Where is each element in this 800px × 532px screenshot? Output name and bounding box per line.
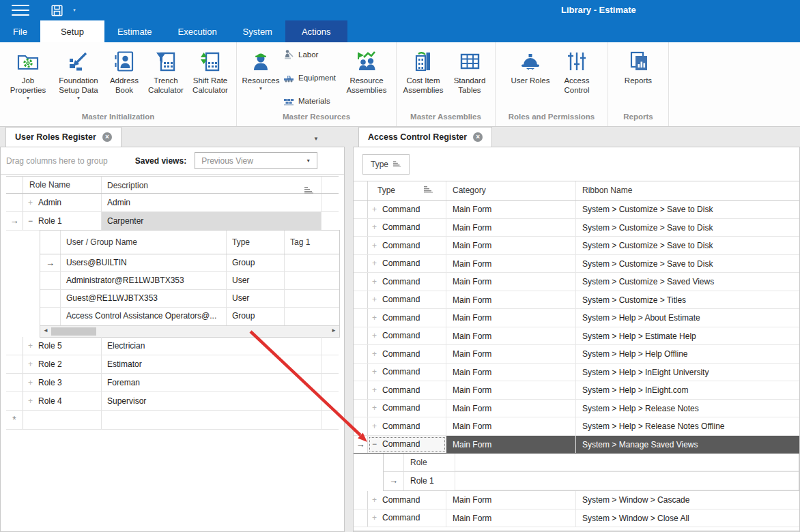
user-roles-button[interactable]: User Roles bbox=[505, 44, 556, 86]
tab-list-caret-icon[interactable]: ▼ bbox=[313, 136, 319, 142]
job-properties-button[interactable]: Job Properties ▼ bbox=[3, 44, 53, 100]
table-row[interactable]: +CommandMain FormSystem > Window > Casca… bbox=[354, 491, 799, 509]
table-row[interactable]: +CommandMain FormSystem > Help > Release… bbox=[354, 417, 799, 436]
scrollbar-thumb[interactable] bbox=[51, 327, 96, 336]
expand-icon[interactable]: + bbox=[372, 509, 382, 527]
expand-icon[interactable]: + bbox=[28, 374, 38, 391]
collapse-icon[interactable]: − bbox=[28, 212, 38, 230]
tab-user-roles-register[interactable]: User Roles Register × bbox=[5, 127, 122, 147]
column-header-type[interactable]: Type bbox=[368, 181, 446, 200]
table-row[interactable]: Access Control Assistance Operators@... … bbox=[40, 308, 339, 325]
shift-rate-calculator-button[interactable]: Shift Rate Calculator bbox=[187, 44, 233, 95]
table-row[interactable]: +CommandMain FormSystem > Customize > Sa… bbox=[354, 201, 799, 219]
expand-icon[interactable]: + bbox=[372, 218, 382, 236]
table-row-highlighted[interactable]: → −Command Main Form System > Manage Sav… bbox=[354, 436, 799, 454]
group-chip-type[interactable]: Type bbox=[362, 154, 410, 175]
expand-icon[interactable]: + bbox=[28, 337, 38, 355]
access-control-button[interactable]: Access Control bbox=[556, 44, 598, 95]
table-row[interactable]: +CommandMain FormSystem > Help > Estimat… bbox=[354, 327, 799, 346]
trench-calculator-button[interactable]: Trench Calculator bbox=[145, 44, 187, 95]
table-row[interactable]: +CommandMain FormSystem > Help > Help Of… bbox=[354, 345, 799, 364]
access-control-register-panel: Access Control Register × Type Type Cate… bbox=[353, 127, 800, 532]
address-book-button[interactable]: Address Book bbox=[104, 44, 145, 95]
table-row[interactable]: +Admin Admin bbox=[6, 194, 339, 212]
user-roles-toolbar: Drag columns here to group Saved views: … bbox=[1, 147, 344, 175]
column-header-user-group-name[interactable]: User / Group Name bbox=[61, 231, 227, 254]
collapse-icon[interactable]: − bbox=[372, 435, 382, 453]
standard-tables-icon bbox=[458, 48, 481, 74]
expand-icon[interactable]: + bbox=[372, 417, 382, 435]
table-row[interactable]: +CommandMain FormSystem > Customize > Sa… bbox=[354, 273, 799, 291]
table-row[interactable]: +Role 3 Foreman bbox=[6, 374, 339, 392]
expand-icon[interactable]: + bbox=[372, 254, 382, 272]
expand-icon[interactable]: + bbox=[372, 363, 382, 381]
table-row[interactable]: +Role 2 Estimator bbox=[6, 355, 339, 374]
column-header-description[interactable]: Description bbox=[102, 177, 322, 193]
tab-execution[interactable]: Execution bbox=[165, 20, 230, 42]
table-row[interactable]: Guest@RE1LWJBTX353 User bbox=[40, 290, 339, 308]
reports-button[interactable]: Reports bbox=[616, 44, 660, 86]
expand-icon[interactable]: + bbox=[372, 309, 382, 327]
foundation-setup-data-icon bbox=[66, 48, 91, 74]
scroll-right-icon[interactable]: ► bbox=[331, 327, 337, 334]
resources-button[interactable]: Resources ▼ bbox=[240, 44, 282, 91]
expand-icon[interactable]: + bbox=[372, 273, 382, 291]
tab-access-control-register[interactable]: Access Control Register × bbox=[358, 127, 492, 147]
table-row[interactable]: → Role 1 bbox=[384, 472, 799, 490]
equipment-button[interactable]: Equipment bbox=[283, 72, 336, 83]
expand-icon[interactable]: + bbox=[372, 291, 382, 308]
column-header-category[interactable]: Category bbox=[446, 181, 576, 200]
group-by-drop-zone[interactable]: Drag columns here to group bbox=[6, 156, 108, 166]
expand-icon[interactable]: + bbox=[28, 194, 38, 211]
resource-assemblies-button[interactable]: Resource Assemblies bbox=[340, 44, 393, 95]
save-button[interactable] bbox=[51, 5, 63, 16]
expand-icon[interactable]: + bbox=[28, 355, 38, 373]
expand-icon[interactable]: + bbox=[372, 237, 382, 254]
table-row[interactable]: +CommandMain FormSystem > Help > Release… bbox=[354, 400, 799, 418]
tab-estimate[interactable]: Estimate bbox=[104, 20, 165, 42]
hamburger-menu-icon[interactable] bbox=[12, 5, 29, 16]
column-header-ribbon-name[interactable]: Ribbon Name bbox=[576, 181, 799, 200]
table-row[interactable]: +CommandMain FormSystem > Help > About E… bbox=[354, 309, 799, 327]
tab-system[interactable]: System bbox=[230, 20, 285, 42]
table-row[interactable]: +CommandMain FormSystem > Help > InEight… bbox=[354, 364, 799, 382]
expand-icon[interactable]: + bbox=[28, 392, 38, 410]
close-tab-icon[interactable]: × bbox=[102, 132, 112, 142]
scroll-left-icon[interactable]: ◄ bbox=[43, 327, 48, 334]
table-row[interactable]: +CommandMain FormSystem > Customize > Sa… bbox=[354, 219, 799, 237]
saved-views-dropdown[interactable]: Previous View ▼ bbox=[195, 152, 317, 169]
horizontal-scrollbar[interactable]: ◄ ► bbox=[40, 325, 339, 337]
column-header-role[interactable]: Role bbox=[404, 454, 455, 471]
expand-icon[interactable]: + bbox=[372, 399, 382, 417]
table-row[interactable]: +Role 4 Supervisor bbox=[6, 392, 339, 411]
save-dropdown-caret-icon[interactable]: ▼ bbox=[72, 8, 76, 12]
materials-button[interactable]: Materials bbox=[283, 95, 336, 106]
tab-setup[interactable]: Setup bbox=[40, 20, 104, 42]
column-header-role-name[interactable]: Role Name bbox=[23, 177, 102, 193]
foundation-setup-data-button[interactable]: Foundation Setup Data ▼ bbox=[53, 44, 104, 100]
standard-tables-button[interactable]: Standard Tables bbox=[447, 44, 492, 95]
table-row[interactable]: → Users@BUILTIN Group bbox=[40, 254, 339, 272]
expand-icon[interactable]: + bbox=[372, 381, 382, 399]
tab-actions[interactable]: Actions bbox=[285, 20, 347, 42]
table-row[interactable]: +CommandMain FormSystem > Customize > Sa… bbox=[354, 255, 799, 274]
close-tab-icon[interactable]: × bbox=[473, 132, 483, 142]
column-header-type[interactable]: Type bbox=[227, 231, 285, 254]
cost-item-assemblies-button[interactable]: Cost Item Assemblies bbox=[399, 44, 447, 95]
table-row[interactable]: +CommandMain FormSystem > Help > InEight… bbox=[354, 381, 799, 400]
expand-icon[interactable]: + bbox=[372, 201, 382, 218]
group-by-bar[interactable]: Type bbox=[354, 147, 799, 181]
table-row[interactable]: +CommandMain FormSystem > Customize > Ti… bbox=[354, 291, 799, 310]
table-row[interactable]: Administrator@RE1LWJBTX353 User bbox=[40, 272, 339, 290]
table-row[interactable]: +Role 5 Electrician bbox=[6, 337, 339, 355]
new-row-entry[interactable]: * bbox=[6, 411, 339, 430]
tab-file[interactable]: File bbox=[0, 20, 40, 42]
expand-icon[interactable]: + bbox=[372, 345, 382, 363]
labor-button[interactable]: Labor bbox=[283, 49, 336, 60]
expand-icon[interactable]: + bbox=[372, 491, 382, 509]
table-row[interactable]: +CommandMain FormSystem > Window > Close… bbox=[354, 509, 799, 528]
table-row[interactable]: +CommandMain FormSystem > Customize > Sa… bbox=[354, 237, 799, 255]
expand-icon[interactable]: + bbox=[372, 327, 382, 344]
column-header-tag1[interactable]: Tag 1 bbox=[285, 231, 339, 254]
table-row-selected[interactable]: → −Role 1 Carpenter bbox=[6, 212, 339, 231]
